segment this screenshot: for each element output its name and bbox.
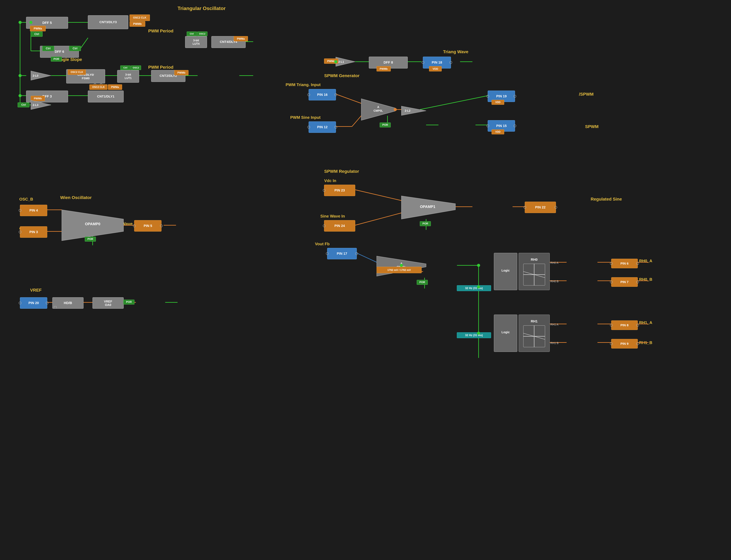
svg-text:PWMb: PWMb	[34, 97, 42, 100]
svg-text:Logic: Logic	[502, 330, 510, 334]
pin18-label: PIN 18	[432, 60, 442, 64]
dff8-label: DFF 8	[384, 60, 393, 64]
svg-text:A: A	[377, 106, 379, 109]
svg-point-191	[19, 94, 22, 97]
svg-text:OPAMP0: OPAMP0	[85, 222, 100, 226]
label-triang-wave: Triang Wave	[443, 49, 469, 54]
label-spwm: SPWM	[585, 124, 599, 129]
svg-text:OSC2: OSC2	[199, 32, 205, 35]
svg-text:PWMa: PWMa	[327, 60, 335, 63]
svg-point-193	[334, 60, 337, 63]
pin20-label: PIN 20	[28, 301, 39, 305]
svg-point-197	[477, 285, 480, 288]
pin22-label: PIN 22	[535, 205, 546, 209]
svg-text:Ctrl: Ctrl	[123, 66, 127, 69]
svg-text:2-L2: 2-L2	[405, 109, 410, 112]
svg-text:Ctrl: Ctrl	[190, 32, 194, 35]
label-vout-fb: Vout Fb	[315, 242, 329, 246]
svg-text:2-L0: 2-L0	[33, 74, 38, 77]
svg-point-192	[29, 21, 32, 24]
pin9-label: PIN 9	[621, 342, 629, 345]
svg-point-189	[19, 21, 22, 24]
svg-text:OA0: OA0	[105, 303, 111, 307]
svg-text:PWMb: PWMb	[177, 71, 185, 74]
svg-text:Ctrl: Ctrl	[21, 103, 26, 106]
svg-text:OSC2 CLK: OSC2 CLK	[92, 86, 105, 88]
svg-text:VDD: VDD	[495, 131, 501, 133]
label-vref: VREF	[30, 288, 42, 292]
svg-text:OSC2: OSC2	[133, 66, 139, 69]
svg-text:PWMa: PWMa	[34, 27, 42, 30]
label-pwm-triang-input: PWM Triang. Input	[285, 82, 321, 87]
dff5-label: DFF 5	[42, 21, 52, 25]
label-spwm-inv: /SPWM	[579, 92, 594, 97]
svg-text:FSM0: FSM0	[82, 77, 90, 80]
svg-text:PWMa: PWMa	[237, 37, 245, 40]
section-spwm-regulator: SPWM Regulator	[324, 169, 359, 174]
svg-text:VDD: VDD	[495, 101, 501, 104]
label-osc-b: OSC_B	[19, 197, 33, 201]
section-wien-oscillator: Wien Oscillator	[60, 195, 92, 200]
lut1-label: 3-bit	[125, 73, 131, 76]
pin16-label: PIN 16	[317, 93, 327, 97]
svg-text:OSC2 CLK: OSC2 CLK	[133, 16, 146, 19]
label-pwm-sine-input: PWM Sine Input	[290, 115, 321, 120]
svg-text:PWMb: PWMb	[133, 22, 142, 25]
label-sine-wave-in: Sine Wave In	[320, 214, 345, 218]
svg-text:32 Hz (31 ms): 32 Hz (31 ms)	[465, 334, 483, 337]
svg-text:32 Hz (31 ms): 32 Hz (31 ms)	[465, 287, 483, 290]
svg-text:OPAMP1: OPAMP1	[420, 205, 435, 209]
pin4-label: PIN 4	[29, 208, 38, 212]
svg-text:Logic: Logic	[502, 269, 510, 272]
svg-text:2-L1: 2-L1	[338, 60, 344, 63]
svg-text:RH1 A: RH1 A	[550, 323, 558, 326]
svg-text:Ctrl: Ctrl	[73, 47, 77, 50]
svg-text:RH0 B: RH0 B	[550, 280, 559, 283]
pin7-label: PIN 7	[621, 280, 629, 284]
svg-text:Ctrl: Ctrl	[46, 47, 51, 50]
label-regulated-sine: Regulated Sine	[591, 197, 622, 201]
section-spwm-generator: SPWM Generator	[324, 73, 359, 78]
hdb-label: HD/B	[64, 301, 72, 305]
svg-text:RH0 A: RH0 A	[550, 261, 558, 264]
svg-text:POR: POR	[420, 281, 425, 284]
svg-text:POR: POR	[54, 58, 59, 60]
vref-oa0-label: VREF	[104, 300, 112, 303]
section-triangular-oscillator: Triangular Oscillator	[177, 6, 225, 11]
svg-text:POR: POR	[383, 123, 388, 126]
pin6-label: PIN 6	[621, 262, 629, 265]
svg-text:POR: POR	[87, 238, 93, 241]
cnt3-label: CNT3/DLY3	[99, 20, 117, 24]
svg-point-195	[400, 264, 403, 267]
cnt1-label: CNT1/DLY1	[97, 95, 114, 98]
svg-point-190	[19, 74, 22, 77]
pin3-label: PIN 3	[29, 230, 38, 234]
pin23-label: PIN 23	[334, 188, 345, 192]
svg-text:2-L3: 2-L3	[33, 104, 38, 107]
pin15-label: PIN 15	[496, 124, 507, 128]
svg-point-198	[477, 332, 480, 335]
lut1-block	[117, 70, 139, 83]
svg-point-196	[477, 264, 480, 267]
lut4-label: 3-bit	[193, 39, 199, 42]
svg-text:RH1 B: RH1 B	[550, 342, 559, 345]
svg-text:RH0: RH0	[531, 258, 538, 261]
svg-text:RH1: RH1	[531, 319, 538, 323]
svg-point-194	[394, 108, 397, 111]
svg-text:1792 mV / 1792 mV: 1792 mV / 1792 mV	[388, 269, 411, 272]
section-pwm-period-1: PWM Period	[148, 29, 173, 33]
pin5-label: PIN 5	[144, 224, 152, 228]
pin24-label: PIN 24	[334, 224, 345, 228]
svg-text:Ctrl: Ctrl	[34, 33, 39, 36]
svg-text:LUT1: LUT1	[125, 77, 132, 80]
svg-text:POR: POR	[126, 301, 132, 303]
svg-text:PWMb: PWMb	[380, 67, 388, 70]
pin12-label: PIN 12	[317, 125, 327, 129]
pin8-label: PIN 8	[621, 323, 629, 327]
svg-text:POR: POR	[423, 222, 428, 225]
svg-text:OSC2 CLK: OSC2 CLK	[71, 71, 83, 73]
svg-text:CMP0L: CMP0L	[374, 109, 383, 112]
pin17-label: PIN 17	[337, 252, 347, 255]
dff6-label: DFF 6	[55, 50, 64, 54]
lut4-block	[185, 36, 207, 48]
